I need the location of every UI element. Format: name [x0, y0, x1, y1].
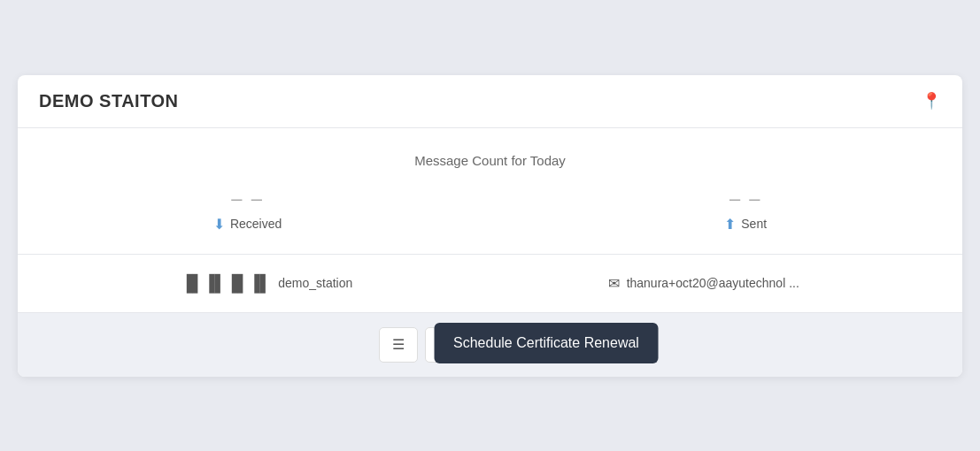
station-name: demo_station [278, 276, 352, 290]
section-label: Message Count for Today [53, 153, 927, 168]
arrow-up-icon: ⬆ [724, 216, 736, 233]
delete-button[interactable]: 🗑 [563, 327, 602, 363]
barcode-icon: ▐▌▐▌▐▌▐▌ [181, 274, 271, 293]
settings-button[interactable]: ☰ [379, 327, 418, 363]
sent-label: ⬆ Sent [724, 216, 767, 233]
message-count-section: Message Count for Today – – ⬇ Received –… [18, 128, 962, 255]
card-header: DEMO STAITON 📍 [18, 75, 962, 128]
stats-row: – – ⬇ Received – – ⬆ Sent [53, 187, 927, 233]
main-card: DEMO STAITON 📍 Message Count for Today –… [18, 75, 962, 377]
upload-icon: 👤 [436, 336, 453, 353]
received-label: ⬇ Received [213, 216, 282, 233]
card-title: DEMO STAITON [39, 91, 178, 111]
sent-stat: – – ⬆ Sent [724, 187, 767, 233]
info-row: ▐▌▐▌▐▌▐▌ demo_station ✉ thanura+oct20@aa… [53, 274, 927, 293]
calendar-icon: 📅 [528, 336, 545, 353]
received-text: Received [230, 217, 282, 231]
station-info: ▐▌▐▌▐▌▐▌ demo_station [181, 274, 352, 293]
received-value: – – [231, 187, 264, 210]
received-stat: – – ⬇ Received [213, 187, 282, 233]
sent-text: Sent [741, 217, 767, 231]
info-section: ▐▌▐▌▐▌▐▌ demo_station ✉ thanura+oct20@aa… [18, 255, 962, 313]
email-text: thanura+oct20@aayutechnol ... [627, 276, 799, 290]
sent-value: – – [729, 187, 762, 210]
upload-button[interactable]: 👤 [425, 327, 464, 363]
trash-icon: 🗑 [575, 337, 590, 353]
email-info: ✉ thanura+oct20@aayutechnol ... [608, 275, 799, 292]
calendar-button[interactable]: 📅 [517, 327, 556, 363]
chart-button[interactable]: 📶 [471, 327, 510, 363]
pin-icon[interactable]: 📍 [922, 91, 941, 111]
settings-icon: ☰ [392, 336, 405, 353]
email-icon: ✉ [608, 275, 620, 292]
chart-icon: 📶 [482, 336, 499, 353]
toolbar-section: ☰ 👤 📶 📅 🗑 [18, 313, 962, 377]
arrow-down-icon: ⬇ [213, 216, 225, 233]
